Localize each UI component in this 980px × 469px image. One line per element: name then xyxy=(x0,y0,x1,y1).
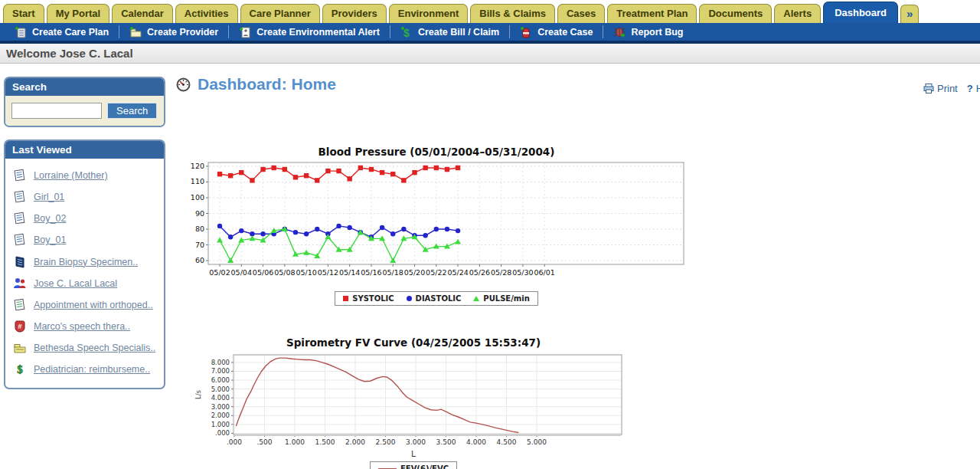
legend-item-diastolic: DIASTOLIC xyxy=(407,294,462,303)
printer-icon xyxy=(923,84,934,93)
create-bill-claim-button[interactable]: $ Create Bill / Claim xyxy=(390,26,509,38)
last-viewed-link[interactable]: Boy_02 xyxy=(34,212,66,225)
last-viewed-link[interactable]: Boy_01 xyxy=(34,233,66,247)
patient-card-icon xyxy=(13,212,27,225)
pulse-swatch xyxy=(473,296,479,301)
last-viewed-link[interactable]: Girl_01 xyxy=(34,190,64,204)
svg-text:.500: .500 xyxy=(256,438,272,445)
blood-pressure-chart-block: Blood Pressure (05/01/2004–05/31/2004) 6… xyxy=(176,146,697,306)
appointment-card-icon xyxy=(13,298,27,311)
tab-cases[interactable]: Cases xyxy=(557,4,605,23)
svg-text:05/20: 05/20 xyxy=(404,268,425,276)
help-icon: ? xyxy=(967,83,973,94)
tab-bills-claims[interactable]: Bills & Claims xyxy=(470,4,555,23)
create-care-plan-button[interactable]: Create Care Plan xyxy=(5,26,119,38)
svg-text:05/24: 05/24 xyxy=(447,268,468,276)
help-label: Help xyxy=(976,83,980,94)
svg-text:.000: .000 xyxy=(215,429,230,437)
spirometry-legend-row: FEV(6)/FVC xyxy=(191,461,635,469)
list-item: Girl_01 xyxy=(10,186,161,208)
tab-treatment-plan[interactable]: Treatment Plan xyxy=(607,4,697,23)
folder-icon xyxy=(13,341,27,354)
treatment-shield-icon: # xyxy=(13,320,27,333)
svg-text:80: 80 xyxy=(195,225,204,233)
patient-card-icon xyxy=(13,169,27,182)
list-item: Lorraine (Mother) xyxy=(10,165,161,186)
svg-text:7.000: 7.000 xyxy=(211,367,230,375)
specimen-book-icon xyxy=(13,255,27,268)
svg-text:3.000: 3.000 xyxy=(211,403,230,411)
help-link[interactable]: ? Help xyxy=(967,83,980,94)
svg-text:05/14: 05/14 xyxy=(339,268,360,276)
list-item: Brain Biopsy Specimen.. xyxy=(10,251,161,273)
tab-start[interactable]: Start xyxy=(3,4,44,23)
search-input[interactable] xyxy=(11,103,102,119)
svg-text:05/08: 05/08 xyxy=(274,268,295,276)
last-viewed-link[interactable]: Bethesda Speech Specialis.. xyxy=(34,341,155,355)
blood-pressure-legend-row: SYSTOLIC DIASTOLIC PULSE/min xyxy=(176,291,697,306)
create-environmental-alert-button[interactable]: Create Environmental Alert xyxy=(229,26,390,38)
svg-text:3.000: 3.000 xyxy=(406,438,426,445)
report-bug-button[interactable]: Report Bug xyxy=(603,26,693,38)
tab-documents[interactable]: Documents xyxy=(699,4,772,23)
search-button[interactable]: Search xyxy=(107,103,157,119)
svg-text:60: 60 xyxy=(195,256,204,264)
application-window: Start My Portal Calendar Activities Care… xyxy=(0,0,980,469)
report-bug-icon xyxy=(613,26,626,38)
more-tabs-button[interactable]: » xyxy=(900,5,919,23)
spirometry-x-axis-label: L xyxy=(191,449,635,458)
spirometry-chart-block: Spirometry FV Curve (04/25/2005 15:53:47… xyxy=(191,336,635,469)
list-item: Appointment with orthoped.. xyxy=(10,294,161,316)
create-care-plan-label: Create Care Plan xyxy=(32,27,109,38)
tab-my-portal[interactable]: My Portal xyxy=(47,4,110,23)
svg-text:#: # xyxy=(18,323,21,330)
last-viewed-list: Lorraine (Mother) Girl_01 Boy_02 Boy_01 … xyxy=(5,159,164,388)
svg-text:05/12: 05/12 xyxy=(318,268,338,276)
tab-care-planner[interactable]: Care Planner xyxy=(240,4,320,23)
create-provider-button[interactable]: Create Provider xyxy=(119,26,228,38)
svg-text:4.000: 4.000 xyxy=(211,394,230,402)
dashboard-gauge-icon xyxy=(176,77,191,92)
systolic-swatch xyxy=(343,296,348,301)
tab-alerts[interactable]: Alerts xyxy=(774,4,821,23)
svg-text:2.500: 2.500 xyxy=(376,438,396,445)
last-viewed-link[interactable]: Lorraine (Mother) xyxy=(34,169,108,182)
print-link[interactable]: Print xyxy=(923,83,958,94)
search-panel-body: Search xyxy=(5,96,164,126)
last-viewed-link[interactable]: Pediatrician: reimburseme.. xyxy=(34,362,150,376)
svg-text:05/02: 05/02 xyxy=(209,268,230,276)
fev-fvc-label: FEV(6)/FVC xyxy=(400,464,449,469)
legend-item-pulse: PULSE/min xyxy=(473,294,529,303)
list-item: Jose C. Lacal Lacal xyxy=(10,273,161,294)
svg-text:2.000: 2.000 xyxy=(211,412,230,419)
svg-text:2.000: 2.000 xyxy=(345,438,365,445)
tab-activities[interactable]: Activities xyxy=(175,4,238,23)
tab-providers[interactable]: Providers xyxy=(322,4,387,23)
patient-card-icon xyxy=(13,190,27,203)
sidebar: Search Search Last Viewed Lorraine (Moth… xyxy=(4,77,165,402)
legend-item-systolic: SYSTOLIC xyxy=(343,294,394,303)
pulse-label: PULSE/min xyxy=(483,294,529,303)
list-item: # Marco's speech thera.. xyxy=(10,316,161,337)
last-viewed-link[interactable]: Appointment with orthoped.. xyxy=(34,298,153,312)
last-viewed-link[interactable]: Marco's speech thera.. xyxy=(34,320,130,333)
svg-text:120: 120 xyxy=(191,162,204,170)
last-viewed-link[interactable]: Brain Biopsy Specimen.. xyxy=(34,255,138,269)
tab-calendar[interactable]: Calendar xyxy=(112,4,173,23)
svg-text:06/01: 06/01 xyxy=(534,268,555,276)
last-viewed-link[interactable]: Jose C. Lacal Lacal xyxy=(34,277,117,290)
payment-icon: $ xyxy=(13,362,27,376)
welcome-bar: Welcome Jose C. Lacal xyxy=(0,44,980,64)
tab-dashboard[interactable]: Dashboard xyxy=(823,2,898,23)
svg-text:05/10: 05/10 xyxy=(296,268,316,276)
spirometry-chart: .0001.0002.0003.0004.0005.0006.0007.0008… xyxy=(191,350,635,445)
list-item: $ Pediatrician: reimburseme.. xyxy=(10,359,161,380)
tab-environment[interactable]: Environment xyxy=(389,4,468,23)
svg-text:1.500: 1.500 xyxy=(315,438,335,445)
report-bug-label: Report Bug xyxy=(631,27,683,38)
search-panel-title: Search xyxy=(5,78,164,96)
page-title: Dashboard: Home xyxy=(198,75,336,93)
create-bill-claim-icon: $ xyxy=(400,26,413,38)
svg-text:5.000: 5.000 xyxy=(211,385,230,393)
create-case-button[interactable]: Create Case xyxy=(510,26,603,38)
